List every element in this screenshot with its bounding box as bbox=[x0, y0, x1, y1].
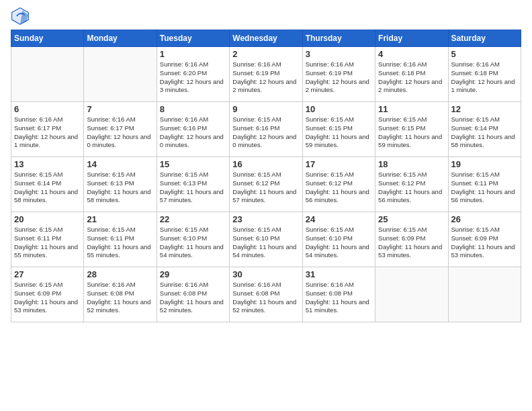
day-number: 23 bbox=[232, 214, 299, 224]
weekday-header-sunday: Sunday bbox=[11, 30, 84, 47]
calendar-cell: 26Sunrise: 6:15 AM Sunset: 6:09 PM Dayli… bbox=[448, 212, 521, 267]
day-info: Sunrise: 6:16 AM Sunset: 6:08 PM Dayligh… bbox=[160, 281, 226, 315]
day-info: Sunrise: 6:16 AM Sunset: 6:08 PM Dayligh… bbox=[306, 281, 372, 315]
weekday-header-monday: Monday bbox=[84, 30, 157, 47]
day-number: 22 bbox=[160, 214, 226, 224]
day-number: 10 bbox=[306, 104, 372, 114]
calendar-cell: 14Sunrise: 6:15 AM Sunset: 6:13 PM Dayli… bbox=[84, 157, 157, 212]
day-info: Sunrise: 6:15 AM Sunset: 6:11 PM Dayligh… bbox=[451, 171, 518, 205]
day-info: Sunrise: 6:15 AM Sunset: 6:11 PM Dayligh… bbox=[87, 226, 153, 260]
calendar-cell: 28Sunrise: 6:16 AM Sunset: 6:08 PM Dayli… bbox=[84, 267, 157, 322]
calendar-cell: 7Sunrise: 6:16 AM Sunset: 6:17 PM Daylig… bbox=[84, 102, 157, 157]
calendar-cell bbox=[84, 47, 157, 102]
day-number: 14 bbox=[87, 159, 153, 169]
weekday-header-friday: Friday bbox=[375, 30, 448, 47]
day-info: Sunrise: 6:15 AM Sunset: 6:10 PM Dayligh… bbox=[306, 226, 372, 260]
day-info: Sunrise: 6:15 AM Sunset: 6:12 PM Dayligh… bbox=[378, 171, 445, 205]
day-number: 6 bbox=[14, 104, 81, 114]
calendar-cell: 8Sunrise: 6:16 AM Sunset: 6:16 PM Daylig… bbox=[157, 102, 229, 157]
calendar-cell: 15Sunrise: 6:15 AM Sunset: 6:13 PM Dayli… bbox=[157, 157, 229, 212]
day-info: Sunrise: 6:15 AM Sunset: 6:10 PM Dayligh… bbox=[160, 226, 226, 260]
weekday-header-tuesday: Tuesday bbox=[157, 30, 229, 47]
day-number: 16 bbox=[232, 159, 299, 169]
day-info: Sunrise: 6:15 AM Sunset: 6:09 PM Dayligh… bbox=[451, 226, 518, 260]
day-number: 4 bbox=[378, 49, 445, 59]
header bbox=[11, 7, 521, 26]
day-number: 25 bbox=[378, 214, 445, 224]
day-number: 30 bbox=[232, 269, 299, 279]
day-info: Sunrise: 6:16 AM Sunset: 6:18 PM Dayligh… bbox=[378, 60, 445, 95]
day-number: 18 bbox=[378, 159, 445, 169]
calendar-cell: 25Sunrise: 6:15 AM Sunset: 6:09 PM Dayli… bbox=[375, 212, 448, 267]
calendar-cell: 1Sunrise: 6:16 AM Sunset: 6:20 PM Daylig… bbox=[157, 47, 229, 102]
day-number: 5 bbox=[451, 49, 518, 59]
calendar-cell: 3Sunrise: 6:16 AM Sunset: 6:19 PM Daylig… bbox=[302, 47, 375, 102]
day-info: Sunrise: 6:15 AM Sunset: 6:12 PM Dayligh… bbox=[232, 171, 299, 205]
day-info: Sunrise: 6:16 AM Sunset: 6:16 PM Dayligh… bbox=[160, 116, 226, 150]
day-number: 17 bbox=[306, 159, 372, 169]
calendar-cell bbox=[11, 47, 84, 102]
week-row-4: 20Sunrise: 6:15 AM Sunset: 6:11 PM Dayli… bbox=[11, 212, 521, 267]
day-number: 27 bbox=[14, 269, 81, 279]
calendar-cell: 11Sunrise: 6:15 AM Sunset: 6:15 PM Dayli… bbox=[375, 102, 448, 157]
day-info: Sunrise: 6:15 AM Sunset: 6:16 PM Dayligh… bbox=[232, 116, 299, 150]
calendar-cell: 10Sunrise: 6:15 AM Sunset: 6:15 PM Dayli… bbox=[302, 102, 375, 157]
day-number: 26 bbox=[451, 214, 518, 224]
calendar-cell: 27Sunrise: 6:15 AM Sunset: 6:09 PM Dayli… bbox=[11, 267, 84, 322]
calendar-cell: 23Sunrise: 6:15 AM Sunset: 6:10 PM Dayli… bbox=[230, 212, 302, 267]
day-number: 31 bbox=[306, 269, 372, 279]
week-row-3: 13Sunrise: 6:15 AM Sunset: 6:14 PM Dayli… bbox=[11, 157, 521, 212]
day-info: Sunrise: 6:15 AM Sunset: 6:14 PM Dayligh… bbox=[451, 116, 518, 150]
day-number: 3 bbox=[306, 49, 372, 59]
day-info: Sunrise: 6:16 AM Sunset: 6:19 PM Dayligh… bbox=[306, 60, 372, 95]
day-info: Sunrise: 6:15 AM Sunset: 6:11 PM Dayligh… bbox=[14, 226, 81, 260]
day-info: Sunrise: 6:15 AM Sunset: 6:15 PM Dayligh… bbox=[306, 116, 372, 150]
day-number: 12 bbox=[451, 104, 518, 114]
calendar-cell: 20Sunrise: 6:15 AM Sunset: 6:11 PM Dayli… bbox=[11, 212, 84, 267]
page: SundayMondayTuesdayWednesdayThursdayFrid… bbox=[0, 0, 532, 411]
weekday-header-wednesday: Wednesday bbox=[230, 30, 302, 47]
calendar-cell: 16Sunrise: 6:15 AM Sunset: 6:12 PM Dayli… bbox=[230, 157, 302, 212]
day-number: 11 bbox=[378, 104, 445, 114]
day-info: Sunrise: 6:15 AM Sunset: 6:09 PM Dayligh… bbox=[378, 226, 445, 260]
calendar-cell: 2Sunrise: 6:16 AM Sunset: 6:19 PM Daylig… bbox=[230, 47, 302, 102]
calendar-cell: 17Sunrise: 6:15 AM Sunset: 6:12 PM Dayli… bbox=[302, 157, 375, 212]
day-number: 13 bbox=[14, 159, 81, 169]
day-info: Sunrise: 6:15 AM Sunset: 6:13 PM Dayligh… bbox=[160, 171, 226, 205]
calendar-cell: 30Sunrise: 6:16 AM Sunset: 6:08 PM Dayli… bbox=[230, 267, 302, 322]
day-info: Sunrise: 6:15 AM Sunset: 6:15 PM Dayligh… bbox=[378, 116, 445, 150]
calendar-cell: 12Sunrise: 6:15 AM Sunset: 6:14 PM Dayli… bbox=[448, 102, 521, 157]
day-number: 1 bbox=[160, 49, 226, 59]
week-row-2: 6Sunrise: 6:16 AM Sunset: 6:17 PM Daylig… bbox=[11, 102, 521, 157]
day-number: 24 bbox=[306, 214, 372, 224]
day-info: Sunrise: 6:16 AM Sunset: 6:18 PM Dayligh… bbox=[451, 60, 518, 95]
calendar-cell: 24Sunrise: 6:15 AM Sunset: 6:10 PM Dayli… bbox=[302, 212, 375, 267]
day-info: Sunrise: 6:16 AM Sunset: 6:19 PM Dayligh… bbox=[232, 60, 299, 95]
weekday-header-thursday: Thursday bbox=[302, 30, 375, 47]
day-number: 20 bbox=[14, 214, 81, 224]
day-number: 9 bbox=[232, 104, 299, 114]
calendar-cell: 4Sunrise: 6:16 AM Sunset: 6:18 PM Daylig… bbox=[375, 47, 448, 102]
day-info: Sunrise: 6:15 AM Sunset: 6:10 PM Dayligh… bbox=[232, 226, 299, 260]
day-info: Sunrise: 6:15 AM Sunset: 6:12 PM Dayligh… bbox=[306, 171, 372, 205]
day-info: Sunrise: 6:16 AM Sunset: 6:17 PM Dayligh… bbox=[87, 116, 153, 150]
calendar-cell bbox=[448, 267, 521, 322]
day-info: Sunrise: 6:16 AM Sunset: 6:08 PM Dayligh… bbox=[87, 281, 153, 315]
day-info: Sunrise: 6:15 AM Sunset: 6:13 PM Dayligh… bbox=[87, 171, 153, 205]
calendar-cell: 31Sunrise: 6:16 AM Sunset: 6:08 PM Dayli… bbox=[302, 267, 375, 322]
day-number: 15 bbox=[160, 159, 226, 169]
day-info: Sunrise: 6:16 AM Sunset: 6:20 PM Dayligh… bbox=[160, 60, 226, 95]
day-info: Sunrise: 6:16 AM Sunset: 6:08 PM Dayligh… bbox=[232, 281, 299, 315]
weekday-header-row: SundayMondayTuesdayWednesdayThursdayFrid… bbox=[11, 30, 521, 47]
calendar-cell: 29Sunrise: 6:16 AM Sunset: 6:08 PM Dayli… bbox=[157, 267, 229, 322]
logo-area bbox=[11, 7, 31, 26]
day-number: 28 bbox=[87, 269, 153, 279]
logo-icon bbox=[11, 7, 30, 26]
calendar: SundayMondayTuesdayWednesdayThursdayFrid… bbox=[11, 30, 521, 322]
day-info: Sunrise: 6:15 AM Sunset: 6:14 PM Dayligh… bbox=[14, 171, 81, 205]
day-number: 29 bbox=[160, 269, 226, 279]
calendar-cell: 6Sunrise: 6:16 AM Sunset: 6:17 PM Daylig… bbox=[11, 102, 84, 157]
calendar-cell bbox=[375, 267, 448, 322]
day-number: 7 bbox=[87, 104, 153, 114]
calendar-cell: 21Sunrise: 6:15 AM Sunset: 6:11 PM Dayli… bbox=[84, 212, 157, 267]
